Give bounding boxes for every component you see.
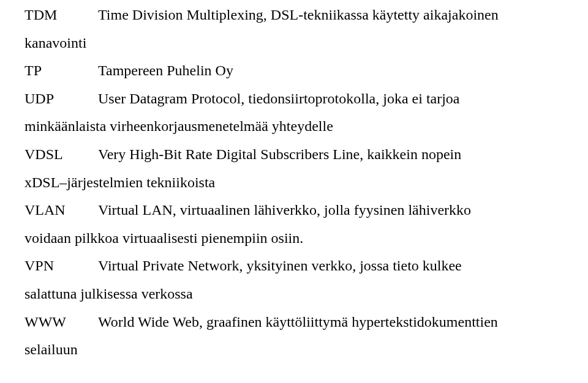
continuation: selailuun bbox=[24, 336, 564, 364]
abbr: TDM bbox=[24, 1, 98, 29]
glossary: TDM Time Division Multiplexing, DSL-tekn… bbox=[0, 0, 588, 364]
definition: Virtual LAN, virtuaalinen lähiverkko, jo… bbox=[98, 196, 564, 225]
entry-tp: TP Tampereen Puhelin Oy bbox=[24, 57, 564, 85]
entry-vpn: VPN Virtual Private Network, yksityinen … bbox=[24, 252, 564, 280]
entry-udp: UDP User Datagram Protocol, tiedonsiirto… bbox=[24, 85, 564, 113]
entry-tdm: TDM Time Division Multiplexing, DSL-tekn… bbox=[24, 1, 564, 29]
abbr: TP bbox=[24, 57, 98, 85]
definition: User Datagram Protocol, tiedonsiirtoprot… bbox=[98, 85, 564, 113]
definition: Very High-Bit Rate Digital Subscribers L… bbox=[98, 141, 564, 169]
entry-vlan: VLAN Virtual LAN, virtuaalinen lähiverkk… bbox=[24, 196, 564, 225]
abbr: WWW bbox=[24, 308, 98, 337]
continuation: salattuna julkisessa verkossa bbox=[24, 280, 564, 308]
abbr: VPN bbox=[24, 252, 98, 280]
abbr: VDSL bbox=[24, 141, 98, 169]
abbr: UDP bbox=[24, 85, 98, 113]
continuation: minkäänlaista virheenkorjausmenetelmää y… bbox=[24, 113, 564, 141]
entry-www: WWW World Wide Web, graafinen käyttöliit… bbox=[24, 308, 564, 337]
definition: Tampereen Puhelin Oy bbox=[98, 57, 564, 85]
entry-vdsl: VDSL Very High-Bit Rate Digital Subscrib… bbox=[24, 141, 564, 169]
definition: Time Division Multiplexing, DSL-tekniika… bbox=[98, 1, 564, 29]
continuation: voidaan pilkkoa virtuaalisesti pienempii… bbox=[24, 225, 564, 253]
abbr: VLAN bbox=[24, 196, 98, 225]
definition: World Wide Web, graafinen käyttöliittymä… bbox=[98, 308, 564, 337]
continuation: kanavointi bbox=[24, 29, 564, 58]
definition: Virtual Private Network, yksityinen verk… bbox=[98, 252, 564, 280]
continuation: xDSL–järjestelmien tekniikoista bbox=[24, 169, 564, 197]
